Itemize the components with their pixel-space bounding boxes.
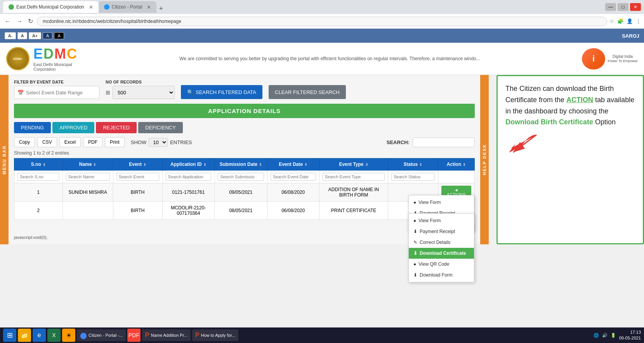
view-qr-item[interactable]: ● View QR Code bbox=[409, 259, 474, 270]
cell-appid-2: MCDOLIR-2120-007170364 bbox=[162, 202, 215, 220]
new-tab-button[interactable]: + bbox=[159, 5, 163, 13]
taskbar-app-ppt2[interactable]: P How to Apply for... bbox=[192, 329, 238, 341]
taskbar-file-icon[interactable]: 📁 bbox=[18, 329, 31, 342]
search-eventtype-input[interactable] bbox=[323, 173, 385, 181]
tab-close-1[interactable]: ✕ bbox=[89, 4, 93, 10]
taskbar-pdf-icon[interactable]: PDF bbox=[127, 329, 141, 342]
table-row-2: 2 BIRTH MCDOLIR-2120-007170364 08/05/202… bbox=[14, 202, 475, 220]
records-select[interactable]: 500 10 25 50 100 bbox=[113, 86, 175, 99]
view-form-icon: ● bbox=[413, 200, 416, 205]
org-logo-inner: EDMC bbox=[13, 57, 23, 61]
search-subdate-cell bbox=[215, 171, 267, 183]
view-form-item[interactable]: ● View Form bbox=[409, 197, 474, 208]
tab-close-2[interactable]: ✕ bbox=[147, 4, 151, 10]
show-entries-select[interactable]: 10 25 50 bbox=[149, 138, 168, 147]
search-name-cell bbox=[62, 171, 113, 183]
download-cert-label: Download Certificate bbox=[420, 251, 466, 256]
forward-button[interactable]: → bbox=[15, 17, 24, 26]
font-black-button[interactable]: A bbox=[54, 32, 64, 39]
refresh-button[interactable]: ↻ bbox=[26, 17, 35, 26]
table-toolbar: Copy CSV Excel PDF Print SHOW 10 25 50 E… bbox=[14, 137, 475, 147]
taskbar-ie-icon[interactable]: e bbox=[33, 329, 46, 342]
search-action-cell bbox=[438, 171, 474, 183]
taskbar-app-ppt1[interactable]: P Name Addition Pr... bbox=[142, 329, 191, 341]
back-button[interactable]: ← bbox=[3, 17, 12, 26]
digital-india-text: Digital IndiaPower To Empower bbox=[608, 54, 638, 63]
browser-icons: ☆ 🧩 👤 ⋮ bbox=[609, 18, 641, 24]
taskbar-ppt2-label: How to Apply for... bbox=[201, 333, 236, 338]
taskbar-sun-icon[interactable]: ☀ bbox=[62, 329, 75, 342]
search-eventtype-cell bbox=[319, 171, 388, 183]
callout-arrow-wrap bbox=[505, 131, 635, 154]
menu-icon[interactable]: ⋮ bbox=[636, 18, 641, 24]
event-date-filter-group: FILTER BY EVENT DATE 📅 bbox=[14, 80, 99, 99]
cell-subdate-1: 09/05/2021 bbox=[215, 183, 267, 202]
payment-receipt-item-2[interactable]: ⬇ Payment Receipt bbox=[409, 226, 474, 237]
edmc-logo: EDMC East Delhi MunicipalCorporation bbox=[33, 46, 78, 71]
search-event-input[interactable] bbox=[116, 173, 159, 181]
search-filtered-button[interactable]: 🔍 SEARCH FILTERED DATA bbox=[181, 85, 262, 99]
view-qr-label: View QR Code bbox=[418, 261, 449, 267]
bookmark-icon[interactable]: ☆ bbox=[609, 18, 614, 24]
search-subdate-input[interactable] bbox=[218, 173, 264, 181]
csv-button[interactable]: CSV bbox=[37, 137, 57, 147]
search-sno-cell bbox=[14, 171, 63, 183]
search-eventdate-input[interactable] bbox=[271, 173, 316, 181]
tab-rejected[interactable]: REJECTED bbox=[96, 122, 137, 133]
tab-approved[interactable]: APPROVED bbox=[52, 122, 94, 133]
table-container: S.no⇕ Name⇕ Event⇕ Application ID⇕ Submi… bbox=[14, 158, 475, 233]
pdf-button[interactable]: PDF bbox=[83, 137, 102, 147]
col-sno: S.no⇕ bbox=[14, 158, 63, 171]
tab-deficiency[interactable]: DEFICIENCY bbox=[138, 122, 183, 133]
data-table: S.no⇕ Name⇕ Event⇕ Application ID⇕ Submi… bbox=[14, 158, 475, 220]
digital-india-icon: i bbox=[582, 48, 605, 70]
correct-details-item-2[interactable]: ✎ Correct Details bbox=[409, 237, 474, 248]
browser-chrome: East Delhi Municipal Corporation ✕ Citiz… bbox=[0, 0, 644, 29]
font-decrease-button[interactable]: A- bbox=[5, 32, 16, 39]
extensions-icon[interactable]: 🧩 bbox=[617, 18, 623, 24]
profile-icon[interactable]: 👤 bbox=[627, 18, 633, 24]
maximize-button[interactable]: □ bbox=[618, 3, 628, 11]
cell-eventdate-1: 06/08/2020 bbox=[267, 183, 319, 202]
search-status-input[interactable] bbox=[391, 173, 434, 181]
menu-bar[interactable]: MENU BAR bbox=[0, 75, 9, 244]
help-desk[interactable]: HELP DESK bbox=[480, 75, 489, 244]
table-search-input[interactable] bbox=[413, 138, 475, 147]
copy-button[interactable]: Copy bbox=[14, 137, 35, 147]
taskbar-app-chrome[interactable]: ⬤ Citizen - Portal -... bbox=[77, 329, 126, 341]
cell-eventtype-2: PRINT CERTIFICATE bbox=[319, 202, 388, 220]
main-content: FILTER BY EVENT DATE 📅 NO OF RECORDS ⊞ 5… bbox=[9, 75, 480, 244]
payment-receipt-label-2: Payment Receipt bbox=[420, 229, 455, 234]
callout-action-link[interactable]: ACTION bbox=[566, 96, 593, 104]
download-cert-item[interactable]: ⬇ Download Certificate bbox=[409, 248, 474, 259]
js-status: javascript:void(0); bbox=[14, 235, 475, 240]
table-search-label: SEARCH: bbox=[387, 139, 410, 145]
font-increase-button[interactable]: A+ bbox=[29, 32, 41, 39]
cell-subdate-2: 08/05/2021 bbox=[215, 202, 267, 220]
view-form-item-2[interactable]: ● View Form bbox=[409, 215, 474, 226]
clear-filtered-button[interactable]: CLEAR FILTERED SEARCH bbox=[269, 85, 346, 99]
close-button[interactable]: ✕ bbox=[630, 3, 641, 11]
address-bar[interactable] bbox=[37, 17, 607, 26]
print-button[interactable]: Print bbox=[105, 137, 125, 147]
excel-button[interactable]: Excel bbox=[59, 137, 81, 147]
taskbar-excel-icon[interactable]: X bbox=[47, 329, 61, 342]
col-name: Name⇕ bbox=[62, 158, 113, 171]
download-form-item[interactable]: ⬇ Download Form bbox=[409, 270, 474, 280]
minimize-button[interactable]: — bbox=[605, 3, 616, 11]
browser-tab-2[interactable]: Citizen - Portal ✕ bbox=[99, 1, 157, 13]
tab-pending[interactable]: PENDING bbox=[14, 122, 51, 133]
tab-favicon-2 bbox=[104, 4, 109, 10]
event-date-input[interactable] bbox=[26, 90, 96, 96]
search-sno-input[interactable] bbox=[17, 173, 59, 181]
cell-sno-1: 1 bbox=[14, 183, 63, 202]
header-marquee: We are committed to serving you better b… bbox=[78, 56, 582, 61]
font-normal-button[interactable]: A bbox=[17, 32, 27, 39]
font-white-button[interactable]: A bbox=[43, 32, 52, 39]
taskbar-time: 17:13 09-05-2021 bbox=[619, 329, 641, 341]
search-name-input[interactable] bbox=[66, 173, 110, 181]
search-appid-input[interactable] bbox=[166, 173, 212, 181]
taskbar-start-icon[interactable]: ⊞ bbox=[3, 329, 16, 342]
user-menu[interactable]: SAROJ bbox=[622, 33, 639, 39]
browser-tab-1[interactable]: East Delhi Municipal Corporation ✕ bbox=[3, 1, 99, 13]
